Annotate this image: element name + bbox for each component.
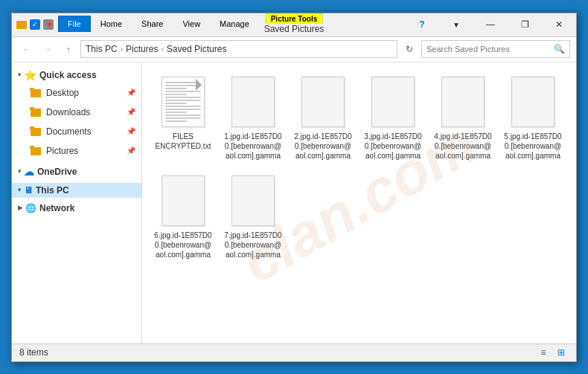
status-right: ≡ ⊞ [536,345,569,360]
file-page-encrypted [162,77,205,127]
back-button[interactable]: ← [18,40,36,58]
file-name-4: 4.jpg.id-1E857D0 0.[bebenrowan@ aol.com]… [433,132,493,161]
pin-pictures-icon: 📌 [127,146,135,155]
picture-tools-label: Picture Tools [266,13,323,24]
sidebar-item-downloads[interactable]: Downloads 📌 [12,103,141,122]
path-pictures[interactable]: Pictures [126,44,158,54]
file-area: FILES ENCRYPTED.txt 1.jpg.id-1E857D0 0.[… [142,62,576,272]
title-area: Picture Tools Saved Pictures [264,13,325,34]
tab-share[interactable]: Share [132,16,173,32]
sidebar-header-quickaccess[interactable]: ▾ ⭐ Quick access [12,67,141,83]
sidebar-item-pictures[interactable]: Pictures 📌 [12,141,141,161]
close-button[interactable]: ✕ [542,13,576,36]
pin-documents-icon: 📌 [127,127,135,135]
sidebar-header-onedrive[interactable]: ▾ ☁ OneDrive [12,164,141,180]
tab-home[interactable]: Home [91,16,132,32]
blank-page-2 [301,77,345,127]
sidebar-item-desktop[interactable]: Desktop 📌 [12,83,141,103]
file-name-7: 7.jpg.id-1E857D0 0.[bebenrowan@ aol.com]… [223,230,283,259]
restore-button[interactable]: ❐ [508,13,542,36]
thispc-label: This PC [36,185,69,196]
status-bar: 8 items ≡ ⊞ [12,344,576,361]
sidebar-section-quickaccess: ▾ ⭐ Quick access Desktop 📌 [12,67,141,161]
item-count: 8 items [19,347,48,358]
file-name-2: 2.jpg.id-1E857D0 0.[bebenrowan@ aol.com]… [293,132,353,161]
file-area-wrapper: clan.com [142,62,576,344]
search-icon[interactable]: 🔍 [554,44,565,54]
refresh-button[interactable]: ↻ [400,40,418,58]
blank-page-4 [441,77,485,127]
tab-manage[interactable]: Manage [210,16,259,32]
file-item-6[interactable]: 6.jpg.id-1E857D0 0.[bebenrowan@ aol.com]… [150,169,217,265]
folder-icon [16,21,27,29]
forward-button[interactable]: → [39,40,57,58]
tab-file[interactable]: File [58,16,91,32]
thispc-icon: 🖥 [24,185,33,196]
up-button[interactable]: ↑ [60,40,77,58]
sidebar-item-documents[interactable]: Documents 📌 [12,122,141,141]
address-bar: ← → ↑ This PC › Pictures › Saved Picture… [12,37,576,62]
file-thumb-3 [369,75,417,129]
path-savedpictures[interactable]: Saved Pictures [167,44,227,54]
desktop-label: Desktop [46,88,79,98]
file-item-4[interactable]: 4.jpg.id-1E857D0 0.[bebenrowan@ aol.com]… [429,70,496,166]
path-sep-2: › [161,45,163,54]
pictures-label: Pictures [46,146,78,156]
file-item-7[interactable]: 7.jpg.id-1E857D0 0.[bebenrowan@ aol.com]… [220,169,287,265]
sidebar-section-network: ▶ 🌐 Network [12,201,141,216]
help-button[interactable]: ? [405,13,439,36]
file-thumb-7 [229,174,277,228]
path-sep-1: › [121,45,123,54]
search-input[interactable] [426,45,551,54]
documents-label: Documents [46,126,92,137]
file-thumb-4 [439,75,487,129]
tab-view[interactable]: View [173,16,210,32]
explorer-window: ✓ 📌 File Home Share View Manage Picture … [11,13,577,362]
pin-icon: 📌 [43,19,54,30]
file-item-1[interactable]: 1.jpg.id-1E857D0 0.[bebenrowan@ aol.com]… [220,70,287,166]
file-item-encrypted[interactable]: FILES ENCRYPTED.txt [150,70,217,166]
chevron-down-icon[interactable]: ▼ [439,13,473,36]
blank-page-5 [511,77,555,127]
sidebar-header-network[interactable]: ▶ 🌐 Network [12,201,141,216]
file-name-1: 1.jpg.id-1E857D0 0.[bebenrowan@ aol.com]… [223,132,283,161]
large-icons-view-button[interactable]: ⊞ [554,345,569,360]
onedrive-icon: ☁ [24,166,34,178]
blank-page-3 [371,77,415,127]
title-bar-icons: ✓ 📌 [12,13,58,36]
window-title: Saved Pictures [264,24,325,34]
file-thumb-5 [509,75,557,129]
chevron-network: ▶ [18,204,22,211]
main-area: ▾ ⭐ Quick access Desktop 📌 [12,62,576,344]
file-thumb-encrypted [159,75,207,129]
folder-icon-downloads [30,107,42,117]
path-thispc[interactable]: This PC [86,44,118,54]
search-box[interactable]: 🔍 [421,40,570,58]
sidebar-section-onedrive: ▾ ☁ OneDrive [12,164,141,180]
sidebar: ▾ ⭐ Quick access Desktop 📌 [12,62,142,344]
pin-downloads-icon: 📌 [127,108,135,116]
file-name-6: 6.jpg.id-1E857D0 0.[bebenrowan@ aol.com]… [153,230,213,259]
onedrive-label: OneDrive [37,167,77,177]
address-path[interactable]: This PC › Pictures › Saved Pictures [80,40,397,58]
minimize-button[interactable]: — [473,13,508,36]
window-controls: ? ▼ — ❐ ✕ [405,13,576,36]
network-icon: 🌐 [25,203,36,213]
file-thumb-1 [229,75,277,129]
file-item-5[interactable]: 5.jpg.id-1E857D0 0.[bebenrowan@ aol.com]… [499,70,566,166]
chevron-thispc: ▾ [18,187,21,193]
details-view-button[interactable]: ≡ [536,345,551,360]
file-name-3: 3.jpg.id-1E857D0 0.[bebenrowan@ aol.com]… [363,132,423,161]
file-item-3[interactable]: 3.jpg.id-1E857D0 0.[bebenrowan@ aol.com]… [359,70,426,166]
pin-desktop-icon: 📌 [127,88,135,97]
sidebar-header-thispc[interactable]: ▾ 🖥 This PC [12,183,141,198]
star-icon: ⭐ [24,69,36,81]
blank-page-6 [162,175,205,226]
blank-page-7 [231,175,275,226]
chevron-quickaccess: ▾ [18,71,21,78]
folder-icon-pictures [30,146,42,155]
sidebar-section-thispc: ▾ 🖥 This PC [12,183,141,198]
file-name-5: 5.jpg.id-1E857D0 0.[bebenrowan@ aol.com]… [503,132,563,161]
file-item-2[interactable]: 2.jpg.id-1E857D0 0.[bebenrowan@ aol.com]… [290,70,357,166]
folder-icon-desktop [30,88,42,97]
